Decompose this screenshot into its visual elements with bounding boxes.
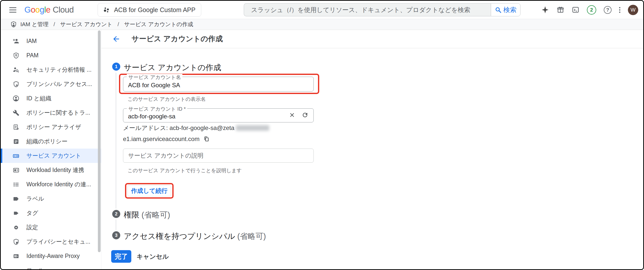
sidebar-item-pam[interactable]: PAM: [1, 48, 101, 63]
label-icon: [13, 196, 19, 202]
sidebar-item-tags[interactable]: タグ: [1, 206, 101, 220]
page-title: サービス アカウントの作成: [132, 34, 223, 44]
sidebar-item-id-org[interactable]: ID と組織: [1, 91, 101, 106]
avatar[interactable]: W: [628, 5, 638, 15]
service-account-id-label: サービス アカウント ID *: [127, 106, 187, 112]
iam-shield-person-icon: [10, 21, 17, 28]
sidebar-item-labels[interactable]: ラベル: [1, 192, 101, 206]
google-cloud-logo[interactable]: Google Cloud: [24, 5, 74, 15]
email-line2: e1.iam.gserviceaccount.com: [123, 136, 210, 143]
back-arrow-icon[interactable]: [112, 35, 122, 43]
redacted-text: [236, 125, 269, 131]
card-icon: [13, 167, 19, 173]
sidebar-item-policy-analyzer[interactable]: ポリシー アナライザ: [1, 120, 101, 134]
step2-title: 権限 (省略可): [124, 210, 170, 220]
privacy-shield-icon: [13, 239, 19, 245]
shield-key-icon: [13, 52, 19, 59]
name-field-helper: このサービス アカウントの表示名: [128, 96, 206, 103]
shield-person-icon: [13, 81, 19, 87]
step-connector: [116, 73, 116, 208]
service-account-description-field[interactable]: [123, 149, 314, 163]
sidebar-scrollbar[interactable]: [98, 30, 101, 252]
iap-icon: [13, 253, 19, 259]
search-button[interactable]: 検索: [491, 3, 520, 16]
description-field-helper: このサービス アカウントで行うことを説明します: [128, 167, 242, 174]
project-name: ACB for Google Custom APP: [114, 6, 195, 14]
cancel-button[interactable]: キャンセル: [137, 252, 169, 261]
step1-circle: 1: [112, 63, 120, 71]
gear-icon: [13, 224, 19, 231]
service-account-name-label: サービス アカウント名: [127, 74, 182, 81]
notification-count: 2: [587, 5, 596, 15]
sidebar-item-iam[interactable]: IAM: [1, 34, 101, 48]
header-actions: 2 ? W: [541, 5, 638, 15]
search-button-label: 検索: [503, 6, 516, 14]
project-icon: [103, 7, 110, 13]
copy-icon[interactable]: [204, 136, 210, 142]
email-line1: メールアドレス: acb-for-google-sa@zeta: [123, 124, 269, 132]
step3-title: アクセス権を持つプリンシパル (省略可): [124, 231, 266, 242]
document-gear-icon: [13, 124, 19, 130]
sidebar-item-org-policies[interactable]: 組織のポリシー: [1, 134, 101, 149]
sidebar-item-policy-troubleshooter[interactable]: ポリシーに関するトラ...: [1, 106, 101, 120]
article-icon: [13, 138, 19, 145]
breadcrumb-separator: /: [52, 21, 57, 28]
sidebar: IAM PAM セキュリティ分析情報 ... プリンシパル アクセス...: [1, 30, 101, 270]
account-circle-icon: [13, 95, 19, 102]
step1-title: サービス アカウントの作成: [124, 62, 221, 73]
main-content: サービス アカウントの作成 1 サービス アカウントの作成 サービス アカウント…: [101, 30, 643, 270]
step2-circle: 2: [112, 210, 120, 218]
screenshot-frame: Google Cloud ACB for Google Custom APP 検…: [0, 0, 644, 270]
notifications-badge[interactable]: 2: [587, 5, 596, 15]
step3-circle: 3: [112, 231, 120, 239]
cloud-wordmark: Cloud: [53, 5, 74, 15]
sidebar-item-identity-aware-proxy[interactable]: Identity-Aware Proxy: [1, 249, 101, 263]
overflow-menu-icon[interactable]: [619, 7, 620, 13]
top-bar: Google Cloud ACB for Google Custom APP 検…: [1, 1, 643, 19]
sidebar-item-privacy-security[interactable]: プライバシーとセキュ...: [1, 235, 101, 249]
sidebar-item-service-accounts[interactable]: サービス アカウント: [1, 149, 101, 163]
done-button[interactable]: 完了: [111, 250, 131, 263]
create-and-continue-button[interactable]: 作成して続行: [128, 185, 171, 196]
breadcrumb-item-service-accounts[interactable]: サービス アカウント: [60, 21, 112, 28]
sidebar-item-security-insights[interactable]: セキュリティ分析情報 ...: [1, 63, 101, 77]
role-hat-icon: [13, 267, 19, 270]
search-icon: [495, 7, 502, 13]
sidebar-item-workload-identity[interactable]: Workload Identity 連携: [1, 163, 101, 177]
breadcrumb: IAM と管理 / サービス アカウント / サービス アカウントの作成: [1, 19, 643, 30]
create-service-account-form: 1 サービス アカウントの作成 サービス アカウント名 このサービス アカウント…: [101, 48, 643, 270]
step-connector: [116, 219, 116, 230]
google-wordmark: Google: [24, 5, 50, 15]
refresh-icon[interactable]: [302, 112, 308, 119]
list-icon: [13, 181, 19, 188]
search-bar: 検索: [244, 3, 520, 16]
service-account-name-field[interactable]: サービス アカウント名: [123, 77, 314, 92]
service-account-description-input[interactable]: [123, 149, 313, 162]
breadcrumb-item-iam[interactable]: IAM と管理: [20, 21, 49, 28]
service-account-key-icon: [13, 152, 19, 159]
page-header: サービス アカウントの作成: [101, 30, 643, 48]
search-input[interactable]: [244, 3, 491, 16]
project-selector[interactable]: ACB for Google Custom APP: [98, 3, 201, 17]
cloud-shell-icon[interactable]: [572, 6, 579, 14]
wrench-icon: [13, 110, 19, 116]
sidebar-item-principal-access[interactable]: プリンシパル アクセス...: [1, 77, 101, 91]
gemini-spark-icon[interactable]: [541, 6, 549, 14]
breadcrumb-item-current: サービス アカウントの作成: [124, 21, 193, 28]
sidebar-item-settings[interactable]: 設定: [1, 220, 101, 235]
clear-icon[interactable]: [289, 112, 295, 119]
avatar-initial: W: [628, 5, 638, 15]
sidebar-item-workforce-identity[interactable]: Workforce Identity の連...: [1, 177, 101, 192]
sidebar-item-roles[interactable]: ロール: [1, 263, 101, 270]
person-search-icon: [13, 66, 19, 73]
help-icon[interactable]: ?: [604, 6, 612, 14]
person-add-icon: [13, 38, 19, 44]
gift-icon[interactable]: [557, 6, 564, 14]
menu-icon[interactable]: [7, 4, 19, 16]
tag-icon: [13, 210, 19, 216]
service-account-id-field[interactable]: サービス アカウント ID *: [123, 108, 314, 122]
breadcrumb-separator: /: [116, 21, 120, 28]
